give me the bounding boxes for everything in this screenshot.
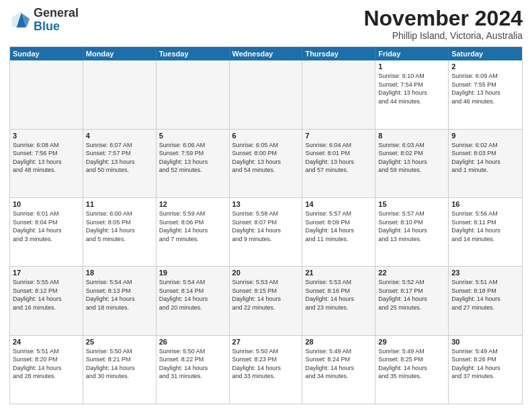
day-number: 12 [159,200,226,208]
day-info: Sunrise: 6:07 AM Sunset: 7:57 PM Dayligh… [86,141,153,175]
calendar-row-0: 1Sunrise: 6:10 AM Sunset: 7:54 PM Daylig… [10,60,522,128]
calendar-cell-11: 11Sunrise: 6:00 AM Sunset: 8:05 PM Dayli… [83,198,157,266]
day-info: Sunrise: 5:50 AM Sunset: 8:21 PM Dayligh… [86,347,153,381]
calendar-cell-8: 8Sunrise: 6:03 AM Sunset: 8:02 PM Daylig… [375,130,449,197]
day-number: 4 [86,132,153,140]
day-number: 28 [305,338,372,346]
day-info: Sunrise: 5:49 AM Sunset: 8:26 PM Dayligh… [451,347,519,381]
day-info: Sunrise: 5:55 AM Sunset: 8:12 PM Dayligh… [13,278,80,312]
calendar-cell-10: 10Sunrise: 6:01 AM Sunset: 8:04 PM Dayli… [10,198,83,266]
header: General Blue November 2024 Phillip Islan… [9,7,523,41]
page: General Blue November 2024 Phillip Islan… [0,0,532,411]
day-number: 18 [86,269,153,277]
day-number: 9 [451,132,519,140]
calendar-cell-19: 19Sunrise: 5:54 AM Sunset: 8:14 PM Dayli… [157,267,230,334]
day-number: 15 [378,200,445,208]
day-info: Sunrise: 5:56 AM Sunset: 8:11 PM Dayligh… [451,210,519,243]
weekday-header-wednesday: Wednesday [230,47,303,60]
day-info: Sunrise: 5:53 AM Sunset: 8:16 PM Dayligh… [305,278,372,312]
calendar-cell-3: 3Sunrise: 6:08 AM Sunset: 7:56 PM Daylig… [10,130,83,197]
day-number: 23 [451,269,519,277]
day-number: 25 [86,338,153,346]
calendar-row-2: 10Sunrise: 6:01 AM Sunset: 8:04 PM Dayli… [10,197,522,266]
day-info: Sunrise: 6:04 AM Sunset: 8:01 PM Dayligh… [305,141,372,175]
day-number: 2 [451,62,519,71]
logo-blue-text: Blue [34,19,60,33]
day-info: Sunrise: 6:03 AM Sunset: 8:02 PM Dayligh… [378,141,445,175]
calendar-cell-22: 22Sunrise: 5:52 AM Sunset: 8:17 PM Dayli… [375,267,449,334]
day-info: Sunrise: 5:51 AM Sunset: 8:18 PM Dayligh… [451,278,519,312]
day-number: 22 [378,269,445,277]
calendar-cell-29: 29Sunrise: 5:49 AM Sunset: 8:25 PM Dayli… [375,336,449,404]
calendar-cell-7: 7Sunrise: 6:04 AM Sunset: 8:01 PM Daylig… [302,130,375,197]
title-block: November 2024 Phillip Island, Victoria, … [363,7,523,41]
day-info: Sunrise: 6:06 AM Sunset: 7:59 PM Dayligh… [159,141,226,175]
day-info: Sunrise: 6:02 AM Sunset: 8:03 PM Dayligh… [451,141,519,175]
day-info: Sunrise: 6:05 AM Sunset: 8:00 PM Dayligh… [232,141,300,175]
day-info: Sunrise: 6:00 AM Sunset: 8:05 PM Dayligh… [86,210,153,243]
calendar-cell-empty [10,60,83,128]
calendar-cell-18: 18Sunrise: 5:54 AM Sunset: 8:13 PM Dayli… [83,267,157,334]
logo: General Blue [9,7,79,34]
calendar-row-1: 3Sunrise: 6:08 AM Sunset: 7:56 PM Daylig… [10,129,522,197]
calendar-cell-2: 2Sunrise: 6:09 AM Sunset: 7:55 PM Daylig… [449,60,522,128]
day-info: Sunrise: 5:54 AM Sunset: 8:13 PM Dayligh… [86,278,153,312]
day-number: 20 [232,269,300,277]
day-number: 7 [305,132,372,140]
calendar-cell-empty [230,60,303,128]
logo-icon [9,9,31,31]
day-number: 16 [451,200,519,208]
calendar-cell-6: 6Sunrise: 6:05 AM Sunset: 8:00 PM Daylig… [230,130,303,197]
day-number: 19 [159,269,226,277]
day-number: 21 [305,269,372,277]
calendar-cell-13: 13Sunrise: 5:58 AM Sunset: 8:07 PM Dayli… [230,198,303,266]
day-info: Sunrise: 5:57 AM Sunset: 8:09 PM Dayligh… [305,210,372,243]
day-info: Sunrise: 5:50 AM Sunset: 8:22 PM Dayligh… [159,347,226,381]
month-title: November 2024 [363,7,523,30]
calendar-cell-25: 25Sunrise: 5:50 AM Sunset: 8:21 PM Dayli… [83,336,157,404]
calendar: SundayMondayTuesdayWednesdayThursdayFrid… [9,46,523,404]
day-info: Sunrise: 6:09 AM Sunset: 7:55 PM Dayligh… [451,72,519,105]
day-info: Sunrise: 5:59 AM Sunset: 8:06 PM Dayligh… [159,210,226,243]
day-info: Sunrise: 6:08 AM Sunset: 7:56 PM Dayligh… [13,141,80,175]
calendar-cell-12: 12Sunrise: 5:59 AM Sunset: 8:06 PM Dayli… [157,198,230,266]
logo-general-text: General [34,6,79,19]
day-number: 8 [378,132,445,140]
calendar-cell-15: 15Sunrise: 5:57 AM Sunset: 8:10 PM Dayli… [375,198,449,266]
calendar-cell-14: 14Sunrise: 5:57 AM Sunset: 8:09 PM Dayli… [302,198,375,266]
calendar-row-4: 24Sunrise: 5:51 AM Sunset: 8:20 PM Dayli… [10,335,522,404]
weekday-header-monday: Monday [83,47,157,60]
day-number: 26 [159,338,226,346]
day-number: 11 [86,200,153,208]
weekday-header-friday: Friday [375,47,449,60]
day-number: 3 [13,132,80,140]
day-info: Sunrise: 5:49 AM Sunset: 8:25 PM Dayligh… [378,347,445,381]
weekday-header-thursday: Thursday [302,47,375,60]
location-title: Phillip Island, Victoria, Australia [363,30,523,41]
calendar-cell-23: 23Sunrise: 5:51 AM Sunset: 8:18 PM Dayli… [449,267,522,334]
day-info: Sunrise: 5:51 AM Sunset: 8:20 PM Dayligh… [13,347,80,381]
calendar-cell-24: 24Sunrise: 5:51 AM Sunset: 8:20 PM Dayli… [10,336,83,404]
day-number: 27 [232,338,300,346]
calendar-header: SundayMondayTuesdayWednesdayThursdayFrid… [10,47,522,60]
day-info: Sunrise: 5:50 AM Sunset: 8:23 PM Dayligh… [232,347,300,381]
day-info: Sunrise: 5:53 AM Sunset: 8:15 PM Dayligh… [232,278,300,312]
day-info: Sunrise: 6:01 AM Sunset: 8:04 PM Dayligh… [13,210,80,243]
day-number: 17 [13,269,80,277]
day-info: Sunrise: 5:49 AM Sunset: 8:24 PM Dayligh… [305,347,372,381]
day-number: 29 [378,338,445,346]
weekday-header-sunday: Sunday [10,47,83,60]
calendar-cell-20: 20Sunrise: 5:53 AM Sunset: 8:15 PM Dayli… [230,267,303,334]
calendar-body: 1Sunrise: 6:10 AM Sunset: 7:54 PM Daylig… [10,60,522,404]
day-number: 6 [232,132,300,140]
calendar-cell-28: 28Sunrise: 5:49 AM Sunset: 8:24 PM Dayli… [302,336,375,404]
calendar-cell-4: 4Sunrise: 6:07 AM Sunset: 7:57 PM Daylig… [83,130,157,197]
day-info: Sunrise: 5:58 AM Sunset: 8:07 PM Dayligh… [232,210,300,243]
day-number: 1 [378,62,445,71]
day-number: 14 [305,200,372,208]
calendar-cell-30: 30Sunrise: 5:49 AM Sunset: 8:26 PM Dayli… [449,336,522,404]
weekday-header-tuesday: Tuesday [157,47,230,60]
calendar-cell-27: 27Sunrise: 5:50 AM Sunset: 8:23 PM Dayli… [230,336,303,404]
calendar-cell-9: 9Sunrise: 6:02 AM Sunset: 8:03 PM Daylig… [449,130,522,197]
day-info: Sunrise: 5:57 AM Sunset: 8:10 PM Dayligh… [378,210,445,243]
